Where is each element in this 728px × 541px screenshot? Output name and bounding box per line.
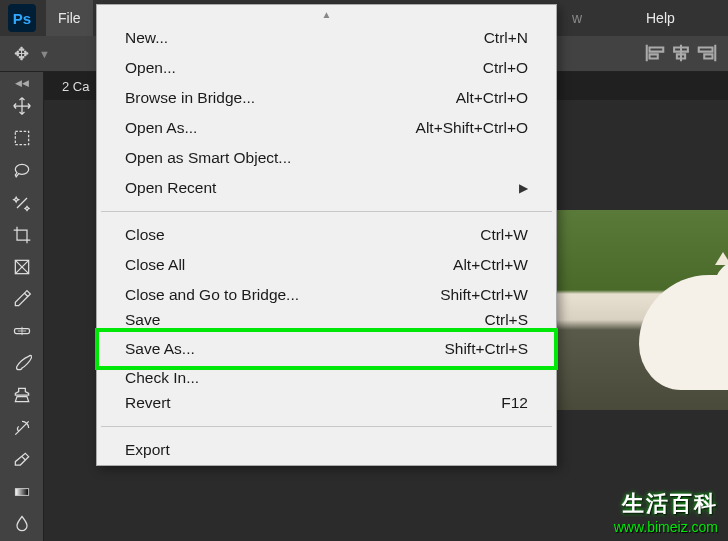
frame-tool-icon[interactable] xyxy=(4,252,40,282)
svg-rect-0 xyxy=(15,132,28,145)
menu-item-label: Open Recent xyxy=(125,179,216,197)
menu-item-close[interactable]: Close Ctrl+W xyxy=(97,220,556,250)
submenu-arrow-icon: ▶ xyxy=(519,181,528,195)
menu-item-shortcut: Alt+Shift+Ctrl+O xyxy=(416,119,528,137)
document-image[interactable] xyxy=(544,210,728,410)
eraser-tool-icon[interactable] xyxy=(4,445,40,475)
menu-item-shortcut: Ctrl+W xyxy=(480,226,528,244)
menu-item-shortcut: Alt+Ctrl+O xyxy=(456,89,528,107)
chevron-down-icon[interactable]: ▼ xyxy=(39,48,50,60)
watermark-title: 生活百科 xyxy=(614,489,718,519)
lasso-tool-icon[interactable] xyxy=(4,155,40,185)
menu-item-open-smart-object[interactable]: Open as Smart Object... xyxy=(97,143,556,173)
menu-item-shortcut: Ctrl+S xyxy=(485,311,529,329)
menu-item-new[interactable]: New... Ctrl+N xyxy=(97,23,556,53)
menu-item-open-as[interactable]: Open As... Alt+Shift+Ctrl+O xyxy=(97,113,556,143)
menu-item-open-recent[interactable]: Open Recent ▶ xyxy=(97,173,556,203)
menu-item-label: Revert xyxy=(125,394,171,412)
collapse-arrow-icon[interactable]: ◀◀ xyxy=(0,76,43,89)
history-brush-tool-icon[interactable] xyxy=(4,412,40,442)
cat-photo-subject xyxy=(639,275,728,390)
document-tab[interactable]: 2 Ca xyxy=(54,79,97,94)
eyedropper-tool-icon[interactable] xyxy=(4,284,40,314)
marquee-tool-icon[interactable] xyxy=(4,123,40,153)
menu-item-save-as[interactable]: Save As... Shift+Ctrl+S xyxy=(95,328,558,370)
menu-item-shortcut: Shift+Ctrl+S xyxy=(444,340,528,358)
blur-tool-icon[interactable] xyxy=(4,509,40,539)
menu-item-shortcut: Ctrl+N xyxy=(484,29,528,47)
svg-rect-3 xyxy=(15,488,28,495)
menu-file[interactable]: File xyxy=(46,0,93,36)
menu-item-shortcut: Alt+Ctrl+W xyxy=(453,256,528,274)
watermark-url: www.bimeiz.com xyxy=(614,519,718,535)
menu-help[interactable]: Help xyxy=(634,0,687,36)
menu-item-label: Save xyxy=(125,311,160,329)
menu-item-label: Close xyxy=(125,226,165,244)
gradient-tool-icon[interactable] xyxy=(4,477,40,507)
menu-item-open[interactable]: Open... Ctrl+O xyxy=(97,53,556,83)
menu-item-label: Browse in Bridge... xyxy=(125,89,255,107)
app-logo: Ps xyxy=(8,4,36,32)
brush-tool-icon[interactable] xyxy=(4,348,40,378)
menu-item-check-in[interactable]: Check In... xyxy=(97,368,556,388)
menu-item-browse-bridge[interactable]: Browse in Bridge... Alt+Ctrl+O xyxy=(97,83,556,113)
menu-item-label: Check In... xyxy=(125,369,199,387)
menu-separator xyxy=(101,211,552,212)
move-tool-icon[interactable] xyxy=(4,91,40,121)
watermark: 生活百科 www.bimeiz.com xyxy=(604,483,728,541)
menu-item-label: Open as Smart Object... xyxy=(125,149,291,167)
collapse-arrow-icon[interactable]: ▲ xyxy=(97,5,556,23)
crop-tool-icon[interactable] xyxy=(4,220,40,250)
align-left-icon[interactable] xyxy=(644,42,666,64)
menu-item-save[interactable]: Save Ctrl+S xyxy=(97,310,556,330)
menu-separator xyxy=(101,426,552,427)
healing-brush-tool-icon[interactable] xyxy=(4,316,40,346)
menu-item-label: Close All xyxy=(125,256,185,274)
menu-item-shortcut: F12 xyxy=(501,394,528,412)
menu-item-label: Open As... xyxy=(125,119,197,137)
menu-item-shortcut: Ctrl+O xyxy=(483,59,528,77)
menu-item-close-all[interactable]: Close All Alt+Ctrl+W xyxy=(97,250,556,280)
menu-item-label: Save As... xyxy=(125,340,195,358)
menu-item-export[interactable]: Export xyxy=(97,435,556,465)
menu-item-label: Open... xyxy=(125,59,176,77)
clone-stamp-tool-icon[interactable] xyxy=(4,380,40,410)
magic-wand-tool-icon[interactable] xyxy=(4,188,40,218)
menu-item-revert[interactable]: Revert F12 xyxy=(97,388,556,418)
toolbox: ◀◀ xyxy=(0,72,44,541)
move-tool-icon: ✥ xyxy=(14,43,29,65)
menu-window-partial[interactable]: w xyxy=(560,0,594,36)
menu-item-close-bridge[interactable]: Close and Go to Bridge... Shift+Ctrl+W xyxy=(97,280,556,310)
menu-item-shortcut: Shift+Ctrl+W xyxy=(440,286,528,304)
menu-item-label: Export xyxy=(125,441,170,459)
align-right-icon[interactable] xyxy=(696,42,718,64)
menu-item-label: Close and Go to Bridge... xyxy=(125,286,299,304)
align-center-icon[interactable] xyxy=(670,42,692,64)
menu-item-label: New... xyxy=(125,29,168,47)
file-menu-dropdown: ▲ New... Ctrl+N Open... Ctrl+O Browse in… xyxy=(96,4,557,466)
align-group xyxy=(644,42,718,64)
